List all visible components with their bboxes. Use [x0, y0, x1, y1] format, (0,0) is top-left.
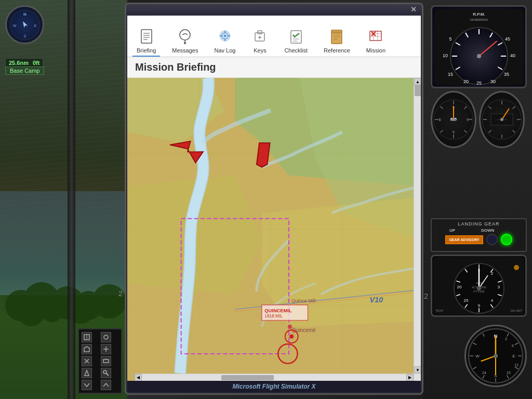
content-area: Briefing Messages	[127, 16, 421, 392]
panel-number-left: 2	[118, 289, 123, 298]
navlog-icon	[217, 29, 233, 45]
svg-line-71	[489, 130, 491, 133]
svg-point-136	[180, 30, 190, 40]
svg-text:QUINCEMIL: QUINCEMIL	[264, 308, 292, 313]
scroll-left-arrow[interactable]: ◀	[135, 374, 142, 381]
ctrl-btn-7[interactable]	[82, 368, 92, 378]
svg-text:E: E	[512, 354, 515, 358]
gear-indicator-on	[501, 234, 512, 245]
ctrl-btn-4[interactable]	[101, 344, 111, 354]
svg-line-73	[489, 107, 491, 109]
tab-messages[interactable]: Messages	[168, 26, 202, 57]
svg-point-130	[494, 354, 498, 358]
mini-control-panel	[78, 328, 122, 394]
tab-mission[interactable]: Mission	[362, 26, 390, 57]
svg-point-12	[18, 300, 44, 326]
svg-rect-20	[103, 360, 109, 363]
bottom-bar: Microsoft Flight Simulator X	[127, 381, 421, 392]
tab-checklist[interactable]: Checklist	[280, 26, 312, 57]
svg-line-69	[513, 130, 515, 133]
gauge-small-left-svg: 5 5 E 5 E 5	[432, 98, 475, 141]
lg-up-down-labels: UP DOWN	[434, 228, 524, 233]
messages-icon	[177, 29, 193, 45]
svg-text:20: 20	[463, 79, 468, 84]
svg-text:S: S	[23, 34, 26, 38]
svg-point-141	[224, 35, 226, 37]
svg-text:3: 3	[505, 337, 507, 341]
ctrl-btn-1[interactable]	[82, 332, 92, 342]
tab-navlog[interactable]: Nav Log	[210, 26, 240, 57]
map-scrollbar-thumb-h[interactable]	[221, 375, 274, 380]
direction-gauge: N E S W 3 6 12 15 24	[464, 325, 527, 387]
scroll-down-arrow[interactable]: ▼	[414, 366, 421, 374]
svg-text:Quincemil: Quincemil	[291, 327, 315, 333]
map-container[interactable]: V10 QUINCEMIL 1818 MIL Quince Mill Quinc…	[127, 78, 421, 381]
svg-text:5: 5	[449, 36, 451, 42]
svg-rect-131	[141, 30, 152, 43]
small-gauges-row: 5 5 E 5 E 5	[431, 91, 527, 151]
svg-text:12: 12	[514, 363, 518, 367]
svg-text:5: 5	[467, 118, 469, 122]
tab-reference[interactable]: Reference	[320, 26, 354, 57]
gear-advisory-button[interactable]: GEAR ADVISORY	[445, 235, 483, 244]
map-scrollbar-vertical[interactable]: ▲ ▼	[414, 78, 421, 381]
tab-mission-label: Mission	[366, 47, 385, 54]
svg-text:2: 2	[491, 271, 494, 276]
checklist-icon	[288, 29, 304, 45]
ctrl-btn-10[interactable]	[101, 380, 111, 390]
svg-point-64	[452, 118, 455, 121]
ctrl-btn-8[interactable]	[101, 368, 111, 378]
svg-text:3: 3	[498, 285, 500, 289]
altitude-gauge: 1 2 3 4 5 25 20 ABS ALTITUDE FTX100 TEST…	[431, 255, 527, 317]
svg-text:W: W	[12, 24, 16, 28]
scroll-right-arrow[interactable]: ▶	[406, 374, 414, 381]
landing-gear-panel: LANDING GEAR UP DOWN GEAR ADVISORY	[431, 218, 527, 252]
ctrl-btn-2[interactable]	[101, 332, 111, 342]
svg-text:15: 15	[447, 72, 453, 77]
svg-point-138	[184, 42, 186, 44]
svg-text:6: 6	[512, 344, 514, 348]
gear-indicator-off	[486, 234, 498, 245]
map-scrollbar-horizontal[interactable]: ◀ ▶	[135, 374, 414, 381]
svg-point-48	[477, 54, 481, 58]
compass-svg: N E S W	[9, 9, 41, 41]
distance-value: 25.6nm	[9, 60, 29, 66]
svg-point-13	[41, 299, 63, 322]
svg-point-23	[103, 370, 107, 374]
tab-keys-label: Keys	[254, 47, 266, 54]
svg-text:1818 MIL: 1818 MIL	[264, 313, 283, 318]
map-svg: V10 QUINCEMIL 1818 MIL Quince Mill Quinc…	[127, 78, 421, 381]
svg-text:24: 24	[482, 371, 486, 375]
svg-rect-5	[0, 191, 127, 295]
page-title-bar: Mission Briefing	[127, 57, 421, 78]
tab-briefing[interactable]: Briefing	[132, 26, 160, 57]
tab-bar: Briefing Messages	[127, 16, 421, 57]
close-button[interactable]: ✕	[410, 5, 417, 14]
svg-line-67	[513, 107, 515, 109]
tab-keys[interactable]: Keys	[247, 26, 272, 57]
svg-text:4: 4	[491, 298, 494, 303]
briefing-icon	[138, 29, 155, 45]
svg-text:35: 35	[503, 72, 509, 77]
svg-point-190	[289, 334, 294, 338]
svg-text:R.P.M.: R.P.M.	[473, 12, 485, 17]
svg-text:DH SET: DH SET	[511, 309, 522, 312]
gauge-left-small: 5 5 E 5 E 5	[431, 91, 476, 148]
app-logo: Microsoft Flight Simulator X	[232, 383, 315, 390]
svg-text:45: 45	[504, 36, 510, 42]
svg-line-61	[441, 107, 443, 109]
svg-line-24	[107, 374, 109, 376]
svg-text:W: W	[475, 354, 480, 358]
tab-briefing-label: Briefing	[137, 47, 156, 54]
keys-icon	[251, 29, 268, 45]
ctrl-btn-5[interactable]	[82, 356, 92, 366]
ctrl-btn-3[interactable]	[82, 344, 92, 354]
landing-gear-title: LANDING GEAR	[434, 221, 524, 227]
road-label: V10	[370, 296, 383, 304]
svg-point-77	[500, 118, 503, 121]
gauge-small-right-svg: ············	[481, 98, 523, 141]
ctrl-btn-9[interactable]	[82, 380, 92, 390]
scroll-up-arrow[interactable]: ▲	[414, 78, 421, 85]
panel-number-right: 2	[424, 292, 428, 300]
ctrl-btn-6[interactable]	[101, 356, 111, 366]
